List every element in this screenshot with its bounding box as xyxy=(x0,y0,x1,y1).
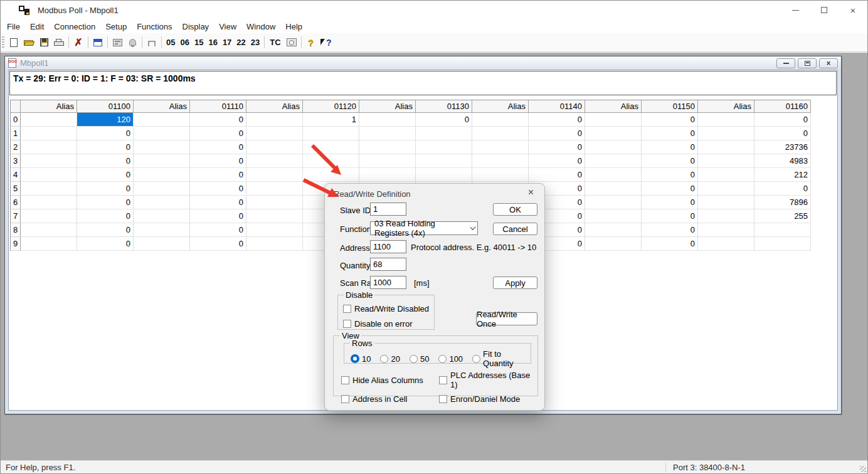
grid-cell[interactable]: 0 xyxy=(529,113,585,127)
grid-cell[interactable]: 0 xyxy=(529,154,585,168)
grid-cell[interactable] xyxy=(698,182,754,196)
function-code-button-15[interactable]: 15 xyxy=(192,36,206,49)
function-code-button-22[interactable]: 22 xyxy=(234,36,248,49)
child-minimize-button[interactable] xyxy=(776,58,795,68)
grid-cell[interactable]: 0 xyxy=(754,113,811,127)
grid-cell[interactable]: 0 xyxy=(642,196,698,209)
delete-button[interactable]: ✗ xyxy=(71,35,86,50)
child-titlebar[interactable]: DOC Mbpoll1 × xyxy=(5,56,841,70)
grid-cell[interactable] xyxy=(585,196,642,209)
grid-cell[interactable]: 0 xyxy=(754,182,811,196)
grid-cell[interactable] xyxy=(21,154,77,168)
save-button[interactable] xyxy=(36,35,51,50)
communication-traffic-button[interactable] xyxy=(110,35,125,50)
grid-cell[interactable] xyxy=(698,127,754,140)
child-close-button[interactable]: × xyxy=(819,58,838,68)
grid-cell[interactable]: 0 xyxy=(190,140,246,154)
grid-cell[interactable]: 0 xyxy=(77,237,134,251)
address-input[interactable] xyxy=(370,240,406,253)
grid-cell[interactable]: 0 xyxy=(77,140,134,154)
setup-window-button[interactable] xyxy=(90,35,105,50)
grid-cell[interactable]: 1 xyxy=(303,113,359,127)
grid-cell[interactable] xyxy=(21,209,77,223)
checkbox-enron-daniel-mode[interactable]: Enron/Daniel Mode xyxy=(439,394,537,404)
grid-cell[interactable] xyxy=(472,113,529,127)
grid-cell[interactable] xyxy=(585,168,642,182)
grid-cell[interactable]: 0 xyxy=(77,209,134,223)
scan-rate-input[interactable] xyxy=(370,276,406,289)
help-button[interactable]: ? xyxy=(304,35,319,50)
grid-cell[interactable]: 0 xyxy=(529,140,585,154)
grid-cell[interactable] xyxy=(416,168,472,182)
radio-rows-50[interactable]: 50 xyxy=(410,349,429,368)
grid-cell[interactable] xyxy=(303,127,359,140)
grid-cell[interactable] xyxy=(303,154,359,168)
read-write-once-button[interactable]: Read/Write Once xyxy=(476,312,537,325)
grid-cell[interactable] xyxy=(698,223,754,237)
grid-cell[interactable]: 0 xyxy=(754,127,811,140)
menu-item-functions[interactable]: Functions xyxy=(132,21,177,33)
grid-cell[interactable] xyxy=(303,168,359,182)
slave-id-input[interactable] xyxy=(370,203,406,216)
grid-cell[interactable] xyxy=(585,127,642,140)
radio-rows-20[interactable]: 20 xyxy=(380,349,400,368)
menu-item-window[interactable]: Window xyxy=(241,21,280,33)
menu-item-edit[interactable]: Edit xyxy=(25,21,49,33)
zoom-screen-button[interactable] xyxy=(284,35,299,50)
grid-cell[interactable] xyxy=(698,209,754,223)
grid-cell[interactable] xyxy=(359,113,416,127)
grid-cell[interactable] xyxy=(246,196,303,209)
grid-cell[interactable]: 0 xyxy=(642,113,698,127)
grid-cell[interactable]: 0 xyxy=(77,168,134,182)
grid-cell[interactable] xyxy=(472,168,529,182)
grid-cell[interactable] xyxy=(698,196,754,209)
menu-item-display[interactable]: Display xyxy=(177,21,214,33)
grid-cell[interactable]: 0 xyxy=(642,223,698,237)
pulse-button[interactable] xyxy=(144,35,159,50)
open-file-button[interactable] xyxy=(21,35,36,50)
minimize-button[interactable] xyxy=(781,1,810,19)
menu-item-connection[interactable]: Connection xyxy=(49,21,100,33)
grid-cell[interactable] xyxy=(246,113,303,127)
grid-cell[interactable] xyxy=(246,237,303,251)
maximize-button[interactable] xyxy=(810,1,839,19)
grid-cell[interactable]: 0 xyxy=(190,113,246,127)
grid-cell[interactable]: 0 xyxy=(190,127,246,140)
grid-cell[interactable] xyxy=(416,140,472,154)
grid-cell[interactable] xyxy=(359,154,416,168)
grid-cell[interactable]: 0 xyxy=(416,113,472,127)
grid-cell[interactable] xyxy=(134,223,190,237)
function-select[interactable]: 03 Read Holding Registers (4x) xyxy=(370,221,478,235)
grid-cell-selected[interactable]: 120 xyxy=(77,113,134,127)
radio-rows-10[interactable]: 10 xyxy=(351,349,371,368)
checkbox-plc-addresses-base-1-[interactable]: PLC Addresses (Base 1) xyxy=(439,371,537,389)
grid-cell[interactable]: 0 xyxy=(77,127,134,140)
grid-cell[interactable] xyxy=(134,140,190,154)
grid-cell[interactable]: 0 xyxy=(77,182,134,196)
child-restore-button[interactable] xyxy=(798,58,817,68)
grid-cell[interactable] xyxy=(754,223,811,237)
grid-cell[interactable]: 0 xyxy=(190,223,246,237)
grid-cell[interactable] xyxy=(359,168,416,182)
grid-cell[interactable] xyxy=(21,140,77,154)
grid-cell[interactable]: 0 xyxy=(190,196,246,209)
grid-cell[interactable]: 0 xyxy=(77,154,134,168)
menu-item-setup[interactable]: Setup xyxy=(100,21,132,33)
grid-cell[interactable]: 0 xyxy=(77,223,134,237)
grid-cell[interactable]: 0 xyxy=(642,168,698,182)
grid-cell[interactable]: 7896 xyxy=(754,196,811,209)
grid-cell[interactable]: 23736 xyxy=(754,140,811,154)
checkbox-hide-alias-columns[interactable]: Hide Alias Columns xyxy=(341,371,439,389)
checkbox-disable-on-error[interactable]: Disable on error xyxy=(343,319,429,329)
close-button[interactable]: × xyxy=(839,1,867,19)
grid-cell[interactable] xyxy=(698,237,754,251)
grid-cell[interactable] xyxy=(585,182,642,196)
grid-cell[interactable] xyxy=(246,182,303,196)
grid-cell[interactable] xyxy=(472,140,529,154)
menu-item-help[interactable]: Help xyxy=(280,21,307,33)
grid-cell[interactable]: 0 xyxy=(529,168,585,182)
grid-cell[interactable] xyxy=(134,113,190,127)
grid-cell[interactable] xyxy=(472,154,529,168)
resize-grip[interactable] xyxy=(860,466,866,472)
grid-cell[interactable]: 0 xyxy=(642,237,698,251)
